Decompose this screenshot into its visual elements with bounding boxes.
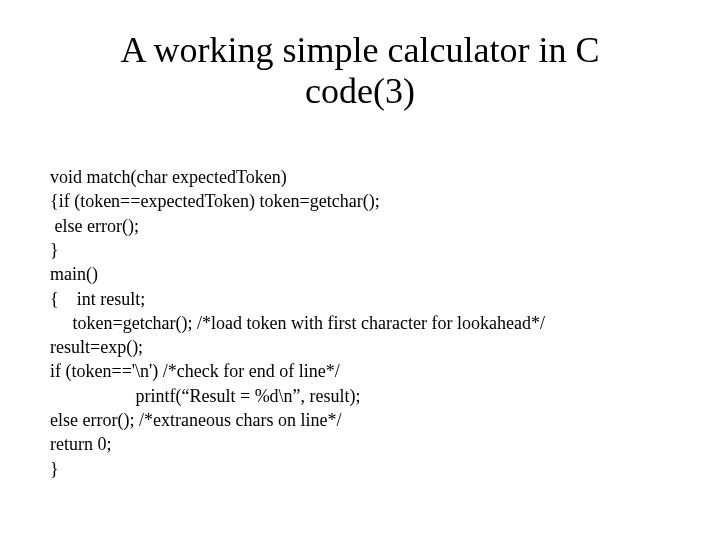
code-block: void match(char expectedToken) {if (toke… xyxy=(50,141,670,505)
code-line: printf(“Result = %d\n”, result); xyxy=(50,386,361,406)
code-line: else error(); xyxy=(50,216,139,236)
code-line: } xyxy=(50,240,59,260)
code-line: { int result; xyxy=(50,289,145,309)
code-line: void match(char expectedToken) xyxy=(50,167,287,187)
code-line: return 0; xyxy=(50,434,111,454)
slide-title: A working simple calculator in C code(3) xyxy=(50,30,670,113)
title-line-1: A working simple calculator in C xyxy=(121,30,600,70)
code-line: } xyxy=(50,459,59,479)
code-line: token=getchar(); /*load token with first… xyxy=(50,313,545,333)
slide: A working simple calculator in C code(3)… xyxy=(0,0,720,540)
code-line: main() xyxy=(50,264,98,284)
code-line: if (token=='\n') /*check for end of line… xyxy=(50,361,340,381)
title-line-2: code(3) xyxy=(305,71,415,111)
code-line: else error(); /*extraneous chars on line… xyxy=(50,410,341,430)
code-line: result=exp(); xyxy=(50,337,143,357)
code-line: {if (token==expectedToken) token=getchar… xyxy=(50,191,380,211)
